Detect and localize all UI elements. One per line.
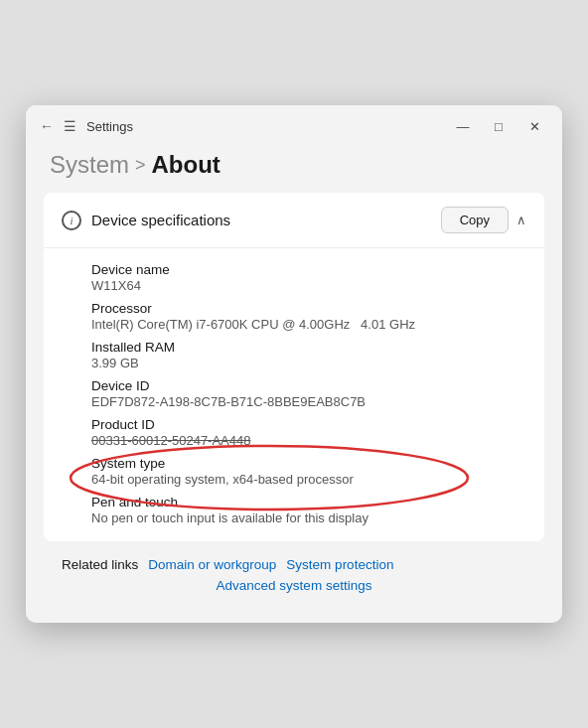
info-icon: i xyxy=(62,211,81,230)
related-links-row: Related links Domain or workgroup System… xyxy=(62,557,526,572)
breadcrumb-separator: > xyxy=(135,155,146,176)
spec-row-device-name: Device name W11X64 xyxy=(91,262,526,293)
specs-header-left: i Device specifications xyxy=(62,211,230,230)
spec-label-device-name: Device name xyxy=(91,262,526,277)
spec-value-pen-touch: No pen or touch input is available for t… xyxy=(91,510,526,525)
specs-title: Device specifications xyxy=(91,212,230,228)
specs-header: i Device specifications Copy ∧ xyxy=(44,193,544,247)
minimize-button[interactable]: — xyxy=(449,115,477,137)
specs-body: Device name W11X64 Processor Intel(R) Co… xyxy=(44,248,544,541)
spec-value-product-id: 00331-60012-50247-AA448 xyxy=(91,433,526,448)
related-links-row2: Advanced system settings xyxy=(62,578,526,593)
close-button[interactable]: ✕ xyxy=(520,115,548,137)
spec-row-processor: Processor Intel(R) Core(TM) i7-6700K CPU… xyxy=(91,301,526,332)
spec-label-system-type: System type xyxy=(91,456,526,471)
domain-workgroup-link[interactable]: Domain or workgroup xyxy=(148,557,276,572)
spec-row-pen-touch: Pen and touch No pen or touch input is a… xyxy=(91,495,526,525)
titlebar-controls: — □ ✕ xyxy=(449,115,548,137)
spec-value-device-name: W11X64 xyxy=(91,278,526,293)
titlebar-title: Settings xyxy=(86,119,133,134)
spec-row-device-id: Device ID EDF7D872-A198-8C7B-B71C-8BBE9E… xyxy=(91,378,526,409)
spec-row-ram: Installed RAM 3.99 GB xyxy=(91,340,526,370)
related-links-label: Related links xyxy=(62,557,138,572)
titlebar: ← ☰ Settings — □ ✕ xyxy=(26,105,562,143)
specs-header-right: Copy ∧ xyxy=(441,207,526,233)
chevron-up-icon[interactable]: ∧ xyxy=(516,213,526,227)
spec-row-system-type: System type 64-bit operating system, x64… xyxy=(91,456,526,487)
spec-value-device-id: EDF7D872-A198-8C7B-B71C-8BBE9EAB8C7B xyxy=(91,394,526,409)
maximize-button[interactable]: □ xyxy=(485,115,513,137)
specs-card: i Device specifications Copy ∧ Device na… xyxy=(44,193,544,541)
settings-window: ← ☰ Settings — □ ✕ System > About i Devi… xyxy=(26,105,562,623)
breadcrumb-about: About xyxy=(152,151,220,179)
spec-label-processor: Processor xyxy=(91,301,526,316)
copy-button[interactable]: Copy xyxy=(441,207,509,233)
system-protection-link[interactable]: System protection xyxy=(286,557,393,572)
spec-row-product-id: Product ID 00331-60012-50247-AA448 xyxy=(91,417,526,448)
spec-value-processor: Intel(R) Core(TM) i7-6700K CPU @ 4.00GHz… xyxy=(91,317,526,332)
back-icon[interactable]: ← xyxy=(40,118,54,134)
spec-label-ram: Installed RAM xyxy=(91,340,526,355)
spec-label-pen-touch: Pen and touch xyxy=(91,495,526,510)
breadcrumb: System > About xyxy=(26,143,562,183)
spec-value-ram: 3.99 GB xyxy=(91,356,526,370)
main-content: i Device specifications Copy ∧ Device na… xyxy=(26,183,562,623)
advanced-system-settings-link[interactable]: Advanced system settings xyxy=(217,578,372,593)
related-links-section: Related links Domain or workgroup System… xyxy=(44,541,544,603)
spec-label-device-id: Device ID xyxy=(91,378,526,393)
spec-label-product-id: Product ID xyxy=(91,417,526,432)
titlebar-left: ← ☰ Settings xyxy=(40,118,133,134)
breadcrumb-system[interactable]: System xyxy=(50,151,129,179)
spec-value-system-type: 64-bit operating system, x64-based proce… xyxy=(91,472,526,487)
menu-icon[interactable]: ☰ xyxy=(64,118,76,134)
